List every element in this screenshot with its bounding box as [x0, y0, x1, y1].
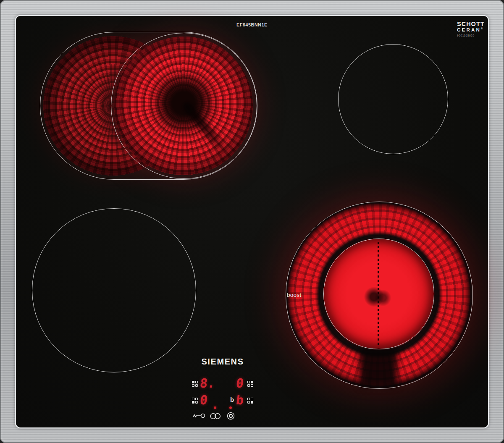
ceran-wordmark: CERAN®: [457, 27, 484, 32]
boost-indicator-letter: b: [230, 396, 234, 403]
power-display-front-left: 0: [199, 394, 208, 406]
burner-rear-right-outline: [338, 44, 448, 154]
zone-select-front-left[interactable]: [192, 398, 198, 404]
power-display-front-right: b: [235, 394, 244, 406]
multi-ring-indicator-dot: [229, 406, 232, 409]
boost-label: boost: [287, 292, 302, 298]
model-number: EF645BNN1E: [236, 22, 268, 27]
dual-zone-indicator-dot: [214, 406, 216, 409]
dual-zone-icon: [210, 412, 221, 420]
registered-mark: ®: [481, 27, 483, 30]
burner-front-right-inner-outline: [323, 239, 434, 349]
key-icon: [192, 412, 206, 419]
multi-ring-key[interactable]: [226, 412, 235, 420]
child-lock-key[interactable]: [192, 412, 206, 419]
power-display-rear-right: 0: [235, 377, 244, 390]
schott-wordmark: SCHOTT: [457, 21, 484, 27]
burner-front-left-outline: [32, 208, 196, 372]
brand-logo: SIEMENS: [181, 357, 265, 367]
touch-control-panel: 8. 0 0 b b: [189, 376, 262, 424]
zone-select-rear-right[interactable]: [247, 381, 253, 387]
multi-ring-icon: [226, 412, 235, 420]
burner-rear-left-circle-outline: [111, 33, 257, 179]
dual-zone-key[interactable]: [210, 412, 221, 420]
power-display-rear-left: 8.: [199, 377, 216, 390]
cooktop-product-image: EF645BNN1E SCHOTT CERAN® 9001168620 boos…: [0, 0, 504, 443]
glass-code: 9001168620: [457, 34, 484, 37]
zone-select-front-right[interactable]: [247, 398, 253, 404]
zone-select-rear-left[interactable]: [192, 381, 198, 387]
schott-ceran-logo: SCHOTT CERAN® 9001168620: [457, 21, 484, 37]
